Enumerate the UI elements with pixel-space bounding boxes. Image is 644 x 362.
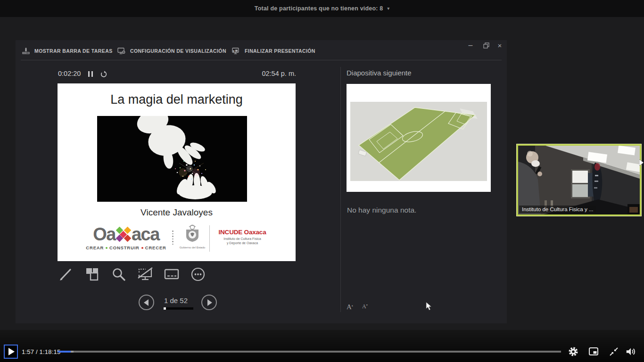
toolbar-separator	[21, 60, 502, 60]
incude-title: INCUDE Oaxaca	[214, 229, 271, 236]
volume-icon	[625, 346, 636, 357]
webcam-caption: Instituto de Cultura Fisica y ...	[519, 206, 596, 213]
oaxaca-x-diamonds-icon	[116, 227, 131, 242]
restore-icon	[483, 42, 489, 49]
logo-divider	[209, 225, 210, 252]
presenter-window: MOSTRAR BARRA DE TAREAS CONFIGURACIÓN DE…	[16, 40, 507, 323]
end-presentation-label: FINALIZAR PRESENTACIÓN	[245, 48, 315, 54]
oaxaca-tagline: CREAR CONSTRUIR CRECER	[85, 245, 167, 250]
restart-timer-button[interactable]	[99, 70, 108, 78]
chevron-down-icon: ▾	[387, 6, 389, 11]
minimize-button[interactable]: –	[465, 41, 476, 50]
clock-time: 02:54 p. m.	[254, 70, 296, 77]
oaxaca-logo-left: Oa	[93, 225, 116, 243]
red-dot-icon	[141, 247, 143, 249]
webcam-video	[518, 146, 640, 214]
close-button[interactable]: ×	[495, 41, 505, 50]
incude-line2: y Deporte de Oaxaca	[214, 241, 271, 245]
play-button[interactable]	[4, 345, 18, 359]
next-slide-thumbnail[interactable]	[347, 84, 491, 192]
pause-timer-button[interactable]	[86, 70, 95, 78]
logo-dots-divider	[172, 230, 173, 245]
screen-toggle-icon	[137, 267, 153, 282]
player-controls-bar: 1:57 / 1:18:15	[0, 330, 644, 362]
slide-position-bar	[164, 307, 193, 310]
magic-hands-image	[97, 116, 247, 202]
panel-divider	[340, 67, 341, 312]
video-player: Total de participantes que no tienen vid…	[0, 0, 644, 362]
oaxaca-logo: Oa aca CREAR CONSTRUIR CRECER	[85, 225, 167, 250]
slide-position-fill	[164, 307, 166, 310]
arrow-left-icon	[144, 299, 149, 306]
display-settings-label: CONFIGURACIÓN DE VISUALIZACIÓN	[130, 48, 226, 54]
restart-icon	[100, 71, 107, 78]
ellipsis-icon	[190, 267, 206, 282]
display-settings-icon	[117, 48, 125, 55]
exit-fullscreen-button[interactable]	[608, 346, 619, 357]
miniplayer-button[interactable]	[588, 346, 599, 357]
magnifier-icon	[111, 267, 126, 282]
crest-caption: Gobierno del Estado	[178, 246, 207, 249]
current-slide[interactable]: La magia del marketing	[58, 83, 296, 261]
pause-icon	[91, 71, 93, 77]
government-crest: Gobierno del Estado	[178, 223, 207, 249]
arrow-right-icon	[207, 299, 212, 306]
oaxaca-logo-right: aca	[132, 225, 159, 243]
player-progress-played	[58, 351, 71, 353]
slide-author: Vicente Javaloyes	[58, 207, 296, 218]
arrow-down-icon: ▾	[366, 304, 368, 306]
incude-line1: Instituto de Cultura Física	[214, 237, 271, 241]
presenter-tools	[57, 266, 207, 283]
edge-cursor	[639, 159, 644, 166]
decrease-font-button[interactable]: A▾	[362, 303, 368, 310]
display-settings-button[interactable]: CONFIGURACIÓN DE VISUALIZACIÓN ▼	[117, 45, 235, 57]
exit-fullscreen-icon	[608, 346, 619, 357]
show-taskbar-button[interactable]: MOSTRAR BARRA DE TAREAS	[22, 45, 113, 57]
taskbar-icon	[22, 48, 30, 54]
mouse-cursor	[426, 302, 432, 311]
webcam-tile[interactable]: Instituto de Cultura Fisica y ...	[517, 144, 641, 216]
captions-button[interactable]	[163, 266, 181, 283]
volume-button[interactable]	[625, 346, 636, 357]
show-taskbar-label: MOSTRAR BARRA DE TAREAS	[34, 48, 113, 54]
incude-logo: INCUDE Oaxaca Instituto de Cultura Físic…	[214, 229, 271, 246]
play-icon	[8, 348, 15, 355]
participants-status-bar[interactable]: Total de participantes que no tienen vid…	[0, 0, 644, 17]
participants-status-text: Total de participantes que no tienen vid…	[255, 5, 383, 12]
pen-icon	[58, 267, 74, 282]
pen-tool-button[interactable]	[57, 266, 75, 283]
increase-font-button[interactable]: A▴	[347, 303, 353, 311]
pause-icon	[88, 71, 90, 77]
see-all-slides-button[interactable]	[83, 266, 101, 283]
timer-elapsed: 0:02:20	[58, 70, 81, 77]
next-slide-heading: Diapositiva siguiente	[347, 69, 412, 77]
player-seek-bar[interactable]	[58, 351, 561, 353]
player-time: 1:57 / 1:18:15	[22, 348, 60, 355]
previous-slide-button[interactable]	[139, 295, 154, 310]
next-slide-button[interactable]	[201, 295, 217, 310]
black-screen-button[interactable]	[136, 266, 154, 283]
slide-position: 1 de 52	[158, 296, 194, 304]
slide-title: La magia del marketing	[58, 92, 296, 107]
arrow-up-icon: ▴	[352, 304, 353, 307]
notes-empty-text: No hay ninguna nota.	[347, 206, 416, 214]
more-options-button[interactable]	[189, 266, 207, 283]
zoom-slide-button[interactable]	[110, 266, 128, 283]
gear-icon	[568, 346, 579, 357]
restore-window-button[interactable]	[481, 41, 491, 50]
captions-icon	[164, 267, 180, 281]
green-dot-icon	[106, 247, 107, 249]
video-content: MOSTRAR BARRA DE TAREAS CONFIGURACIÓN DE…	[0, 17, 644, 330]
slide-grid-icon	[85, 267, 100, 282]
end-presentation-button[interactable]: FINALIZAR PRESENTACIÓN	[232, 45, 315, 57]
crest-icon	[183, 223, 202, 243]
miniplayer-icon	[588, 346, 599, 357]
end-presentation-icon	[232, 48, 240, 55]
settings-button[interactable]	[568, 346, 579, 357]
